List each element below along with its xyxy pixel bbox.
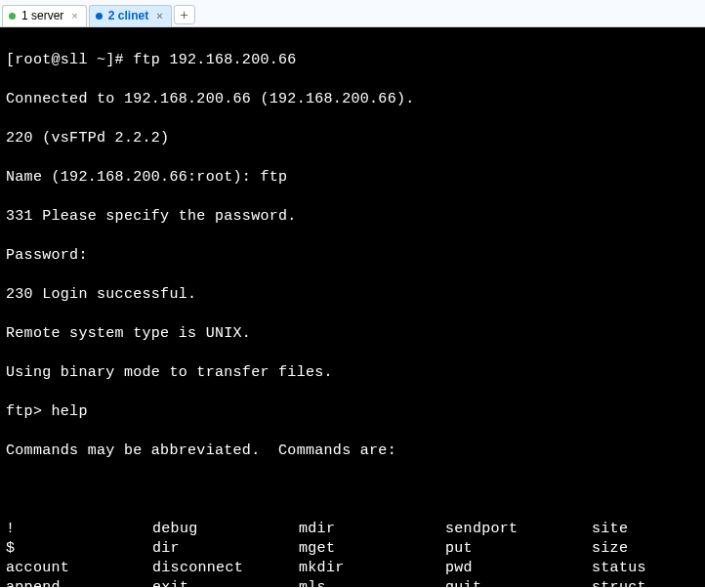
tab-bar: 1 server × 2 clinet × + [0,0,705,27]
command-cell: dir [152,539,299,559]
command-cell: mget [299,539,445,559]
close-icon[interactable]: × [71,10,77,21]
terminal[interactable]: [root@sll ~]# ftp 192.168.200.66 Connect… [0,27,705,587]
command-row: $dirmgetputsize [6,539,699,559]
command-cell: debug [152,520,299,539]
command-cell: mkdir [299,559,445,578]
terminal-line: [root@sll ~]# ftp 192.168.200.66 [6,51,699,70]
terminal-blank-line [6,481,699,500]
command-row: accountdisconnectmkdirpwdstatus [6,559,699,578]
tab-client[interactable]: 2 clinet × [89,5,172,26]
close-icon[interactable]: × [156,10,162,21]
terminal-line: 220 (vsFTPd 2.2.2) [6,129,699,148]
command-cell: exit [152,578,299,587]
command-cell: ! [6,520,152,539]
add-tab-button[interactable]: + [174,5,195,24]
command-cell: append [6,578,152,587]
command-row: !debugmdirsendportsite [6,520,699,539]
terminal-line: 331 Please specify the password. [6,207,699,227]
terminal-line: Connected to 192.168.200.66 (192.168.200… [6,90,699,109]
terminal-line: Commands may be abbreviated. Commands ar… [6,441,699,461]
command-cell: pwd [445,559,592,578]
terminal-line: 230 Login successful. [6,285,699,305]
command-cell: put [445,539,592,559]
terminal-line: ftp> help [6,402,699,422]
command-cell: mdir [299,520,445,539]
terminal-line: Name (192.168.200.66:root): ftp [6,168,699,188]
command-cell: size [592,539,705,559]
command-cell: account [6,559,152,578]
tab-label: 1 server [21,9,63,22]
command-cell: struct [592,578,705,587]
status-dot-icon [96,13,103,20]
terminal-line: Remote system type is UNIX. [6,324,699,344]
command-cell: $ [6,539,152,559]
terminal-line: Using binary mode to transfer files. [6,363,699,383]
command-cell: status [592,559,705,578]
terminal-line: Password: [6,246,699,266]
command-cell: sendport [445,520,592,539]
command-cell: quit [445,578,592,587]
command-grid: !debugmdirsendportsite$dirmgetputsizeacc… [6,520,699,587]
command-cell: disconnect [152,559,299,578]
tab-server[interactable]: 1 server × [2,5,87,26]
command-cell: site [592,520,705,539]
command-cell: mls [299,578,445,587]
command-row: appendexitmlsquitstruct [6,578,699,587]
tab-label: 2 clinet [108,9,148,22]
status-dot-icon [9,13,16,20]
